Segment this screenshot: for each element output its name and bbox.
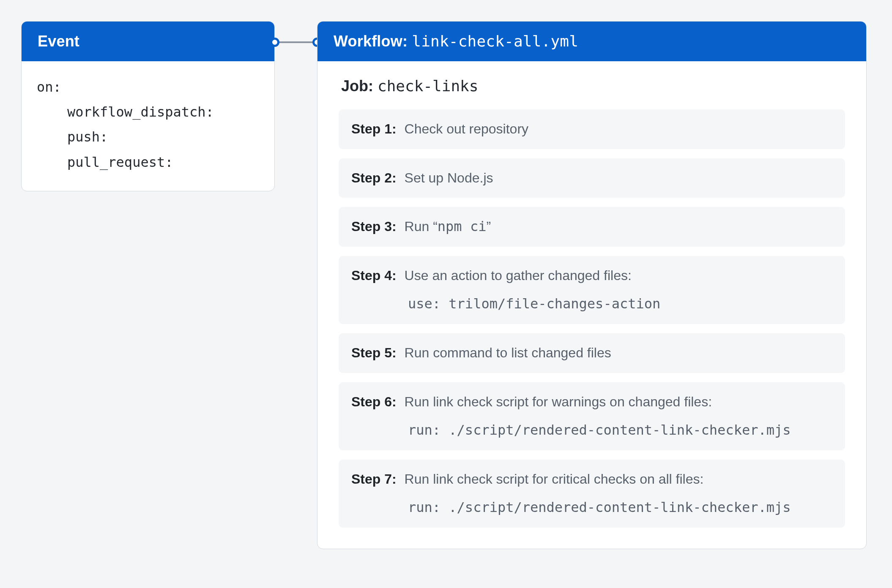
workflow-title-value: link-check-all.yml [412, 33, 578, 50]
job-label: Job: [341, 77, 378, 95]
connector [275, 42, 317, 43]
job-line: Job: check-links [339, 77, 845, 95]
workflow-card-body: Job: check-links Step 1: Check out repos… [317, 61, 866, 549]
event-trigger: pull_request: [37, 150, 259, 175]
step-text: Use an action to gather changed files: [405, 268, 632, 283]
step-label: Step 1: [351, 121, 397, 136]
step-text: Run link check script for warnings on ch… [405, 394, 712, 409]
step-box: Step 4: Use an action to gather changed … [339, 256, 845, 324]
step-code: npm ci [438, 218, 487, 234]
step-sub: use: trilom/file-changes-action [351, 294, 832, 315]
connector-line [279, 41, 313, 43]
diagram-canvas: Event on: workflow_dispatch: push: pull_… [21, 21, 871, 567]
step-text: Run command to list changed files [405, 345, 611, 360]
workflow-card: Workflow: link-check-all.yml Job: check-… [317, 21, 867, 549]
step-box: Step 3: Run “npm ci” [339, 207, 845, 247]
step-box: Step 6: Run link check script for warnin… [339, 382, 845, 450]
step-label: Step 2: [351, 170, 397, 185]
workflow-title-label: Workflow: [334, 33, 412, 50]
event-card-body: on: workflow_dispatch: push: pull_reques… [22, 61, 274, 191]
step-box: Step 5: Run command to list changed file… [339, 333, 845, 373]
step-text: Set up Node.js [405, 170, 493, 185]
job-value: check-links [378, 77, 478, 95]
step-sub: run: ./script/rendered-content-link-chec… [351, 497, 832, 518]
step-text: Check out repository [405, 121, 528, 136]
step-label: Step 6: [351, 394, 397, 409]
step-box: Step 7: Run link check script for critic… [339, 460, 845, 528]
event-card-header: Event [22, 22, 274, 61]
step-text-prefix: Run “ [405, 219, 438, 234]
step-label: Step 3: [351, 219, 397, 234]
event-trigger: push: [37, 125, 259, 150]
step-label: Step 7: [351, 471, 397, 487]
step-box: Step 1: Check out repository [339, 109, 845, 149]
event-trigger: workflow_dispatch: [37, 100, 259, 125]
step-label: Step 4: [351, 268, 397, 283]
event-card: Event on: workflow_dispatch: push: pull_… [21, 21, 275, 191]
step-text: Run link check script for critical check… [405, 471, 704, 487]
workflow-card-header: Workflow: link-check-all.yml [317, 22, 866, 61]
step-text-suffix: ” [486, 219, 491, 234]
event-on-key: on: [37, 75, 259, 100]
event-title: Event [38, 33, 79, 50]
step-box: Step 2: Set up Node.js [339, 158, 845, 198]
step-sub: run: ./script/rendered-content-link-chec… [351, 420, 832, 441]
step-label: Step 5: [351, 345, 397, 360]
